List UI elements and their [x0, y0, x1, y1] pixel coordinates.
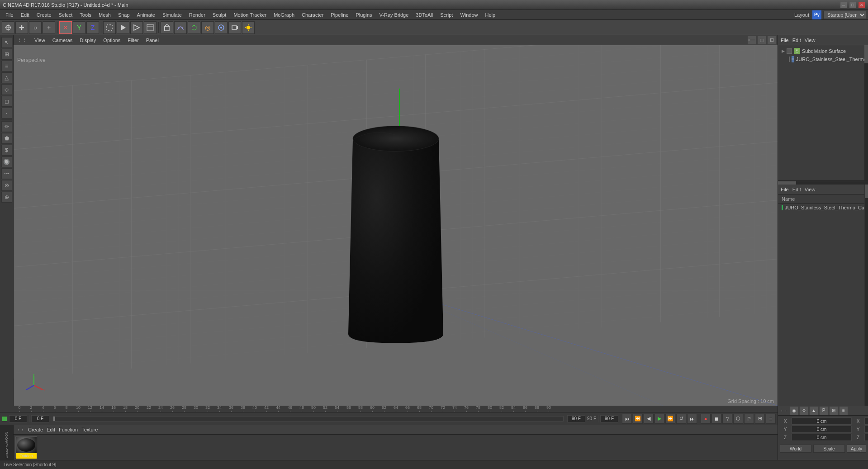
tree-item-subdivision[interactable]: ▶ S Subdivision Surface — [780, 47, 866, 55]
goto-end-btn[interactable]: ⏭ — [687, 414, 697, 424]
key-all-btn[interactable]: ⬡ — [733, 414, 743, 424]
toolbar-y[interactable]: Y — [73, 21, 85, 34]
menu-snap[interactable]: Snap — [114, 11, 133, 19]
viewport-move-icon[interactable]: ⟵ — [748, 36, 756, 44]
rot-y-input[interactable] — [864, 426, 868, 433]
pos-x-input[interactable] — [792, 417, 852, 425]
pos-z-input[interactable] — [792, 434, 852, 441]
menu-edit[interactable]: Edit — [17, 11, 33, 19]
play-btn[interactable]: ▶ — [655, 414, 664, 424]
toolbar-z[interactable]: Z — [86, 21, 99, 34]
menu-file[interactable]: File — [2, 11, 17, 19]
goto-start-btn[interactable]: ⏮ — [622, 414, 632, 424]
sidebar-polygons[interactable]: ◇ — [1, 84, 12, 95]
vp-menu-cameras[interactable]: Cameras — [51, 37, 75, 44]
attr-icon-2[interactable]: ⚙ — [800, 407, 808, 415]
rp-menu-view[interactable]: View — [805, 38, 816, 43]
menu-animate[interactable]: Animate — [133, 11, 159, 19]
menu-mesh[interactable]: Mesh — [95, 11, 114, 19]
menu-help[interactable]: Help — [482, 11, 499, 19]
sidebar-bend[interactable]: 〜 — [1, 168, 12, 179]
sidebar-arrow[interactable]: ↖ — [1, 37, 12, 48]
name-item[interactable]: JURO_Stainless_Steel_Thermo_Cu — [778, 204, 868, 211]
sidebar-uv[interactable]: ⊕ — [1, 192, 12, 203]
pos-y-input[interactable] — [792, 426, 852, 433]
toolbar-render-view[interactable] — [130, 21, 143, 34]
auto-key-btn[interactable]: ? — [722, 414, 732, 424]
mat-menu-create[interactable]: Create — [28, 427, 43, 432]
mat-menu-function[interactable]: Function — [59, 427, 78, 432]
sidebar-subdivide[interactable]: △ — [1, 72, 12, 83]
menu-pipeline[interactable]: Pipeline — [327, 11, 352, 19]
tree-item-object[interactable]: C JURO_Stainless_Steel_Thermo_Cu — [780, 55, 866, 63]
toolbar-spline[interactable] — [174, 21, 187, 34]
attr-icon-1[interactable]: ◉ — [790, 407, 798, 415]
frame-start-input[interactable] — [9, 415, 27, 422]
sidebar-layers[interactable]: ≡ — [1, 61, 12, 71]
toolbar-deformer[interactable]: ◎ — [201, 21, 214, 34]
rot-z-input[interactable] — [864, 434, 868, 441]
menu-3dtoall[interactable]: 3DToAll — [412, 11, 436, 19]
sidebar-checker[interactable]: ⊞ — [1, 49, 12, 60]
stop-record-btn[interactable]: ⏹ — [711, 414, 721, 424]
sidebar-texture[interactable]: ⊗ — [1, 180, 12, 191]
rp-menu-edit[interactable]: Edit — [792, 38, 801, 43]
fps-input[interactable] — [567, 415, 585, 422]
toolbar-rotate-select[interactable]: ○ — [29, 21, 42, 34]
toolbar-cube[interactable] — [161, 21, 173, 34]
motion-blur-btn[interactable]: ⊞ — [755, 414, 765, 424]
menu-character[interactable]: Character — [298, 11, 327, 19]
toolbar-effector[interactable] — [215, 21, 228, 34]
menu-select[interactable]: Select — [55, 11, 76, 19]
toolbar-render-settings[interactable] — [144, 21, 157, 34]
layout-select[interactable]: Startup [User — [823, 11, 866, 19]
sidebar-pen[interactable]: ✏ — [1, 121, 12, 132]
loop-btn[interactable]: ↺ — [676, 414, 686, 424]
play-reverse-btn[interactable]: ◀ — [644, 414, 654, 424]
scale-button[interactable]: Scale — [813, 445, 845, 453]
rot-x-input[interactable] — [864, 417, 868, 425]
tree-item-checkbox-object[interactable] — [789, 57, 790, 62]
sidebar-points[interactable]: · — [1, 108, 12, 118]
toolbar-nurbs[interactable]: ⬡ — [188, 21, 200, 34]
next-frame-btn[interactable]: ⏩ — [665, 414, 675, 424]
toolbar-light[interactable] — [242, 21, 255, 34]
minimize-button[interactable]: ─ — [840, 2, 847, 8]
toolbar-move[interactable] — [2, 21, 14, 34]
menu-motion-tracker[interactable]: Motion Tracker — [230, 11, 270, 19]
viewport-layout-icon[interactable]: ⊞ — [768, 36, 776, 44]
sidebar-paint[interactable]: ⬟ — [1, 133, 12, 144]
vp-menu-display[interactable]: Display — [78, 37, 98, 44]
rp-attr-file[interactable]: File — [781, 187, 789, 192]
record-btn[interactable]: ● — [701, 414, 711, 424]
toolbar-select-all[interactable]: ✚ — [15, 21, 28, 34]
mat-menu-texture[interactable]: Texture — [81, 427, 98, 432]
attr-icon-5[interactable]: ⊞ — [830, 407, 838, 415]
timeline-scrubber[interactable] — [53, 416, 564, 422]
menu-create[interactable]: Create — [33, 11, 55, 19]
prev-frame-btn[interactable]: ⏪ — [633, 414, 643, 424]
menu-script[interactable]: Script — [436, 11, 456, 19]
tree-item-checkbox-subdivision[interactable] — [787, 48, 792, 54]
menu-vray[interactable]: V-Ray Bridge — [376, 11, 413, 19]
rp-menu-file[interactable]: File — [781, 38, 789, 43]
current-frame-input[interactable] — [31, 415, 49, 422]
toolbar-render[interactable] — [117, 21, 129, 34]
menu-plugins[interactable]: Plugins — [352, 11, 375, 19]
end-frame-input[interactable] — [600, 415, 618, 422]
attr-icon-3[interactable]: ▲ — [810, 407, 818, 415]
attr-icon-6[interactable]: ≡ — [840, 407, 848, 415]
sidebar-snap[interactable]: $ — [1, 145, 12, 156]
menu-window[interactable]: Window — [456, 11, 481, 19]
maximize-button[interactable]: □ — [849, 2, 856, 8]
vp-menu-view[interactable]: View — [33, 37, 47, 44]
rp-attr-edit[interactable]: Edit — [792, 187, 801, 192]
close-button[interactable]: ✕ — [858, 2, 865, 8]
sidebar-edges[interactable]: ◻ — [1, 96, 12, 107]
menu-render[interactable]: Render — [185, 11, 209, 19]
viewport-maximize-icon[interactable]: □ — [758, 36, 766, 44]
viewport-canvas[interactable]: Perspective — [14, 45, 778, 406]
menu-tools[interactable]: Tools — [76, 11, 95, 19]
mat-menu-edit[interactable]: Edit — [47, 427, 55, 432]
menu-mograph[interactable]: MoGraph — [270, 11, 298, 19]
